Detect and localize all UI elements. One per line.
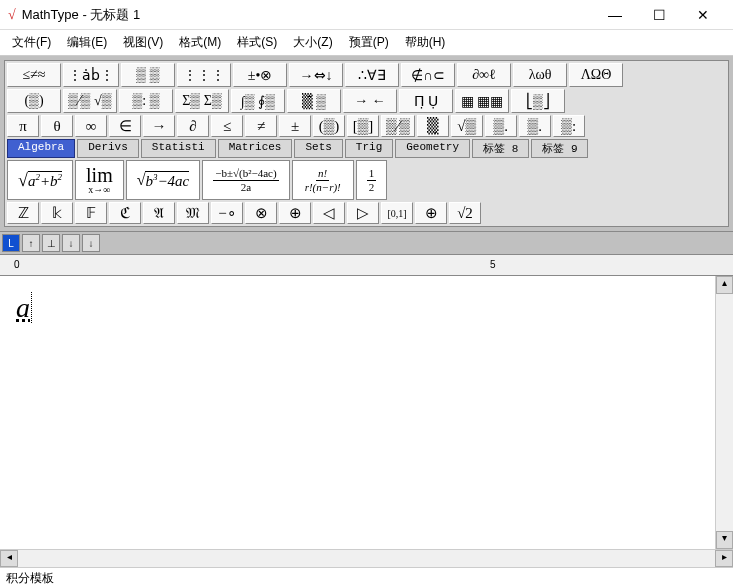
overbar-underbar-button[interactable]: ▒̄ ▒ (287, 89, 341, 113)
matrix-templates-button[interactable]: ▦ ▦▦ (455, 89, 509, 113)
dots-button[interactable]: ⋮⋮⋮ (177, 63, 231, 87)
composition-button[interactable]: −∘ (211, 202, 243, 224)
hscroll-track[interactable] (18, 550, 715, 567)
smalltab-3[interactable]: ⊥ (42, 234, 60, 252)
sqrt2-button[interactable]: √2 (449, 202, 481, 224)
neq-button[interactable]: ≠ (245, 115, 277, 137)
menu-size[interactable]: 大小(Z) (285, 32, 340, 53)
embellishments-button[interactable]: ▒ ▒ (121, 63, 175, 87)
spaces-ellipses-button[interactable]: ⋮ȧḃ⋮ (63, 63, 119, 87)
infinity-button[interactable]: ∞ (75, 115, 107, 137)
bb-k-button[interactable]: 𝕜 (41, 202, 73, 224)
leq-button[interactable]: ≤ (211, 115, 243, 137)
triangle-right-button[interactable]: ▷ (347, 202, 379, 224)
bb-z-button[interactable]: ℤ (7, 202, 39, 224)
tab-algebra[interactable]: Algebra (7, 139, 75, 158)
tab-label8[interactable]: 标签 8 (472, 139, 529, 158)
sqrt-a2b2-button[interactable]: √a2+b2 (7, 160, 73, 200)
quadratic-formula-button[interactable]: −b±√(b²−4ac)2a (202, 160, 289, 200)
frak-a-button[interactable]: 𝔄 (143, 202, 175, 224)
vertical-scrollbar[interactable]: ▴ ▾ (715, 276, 733, 549)
theta-button[interactable]: θ (41, 115, 73, 137)
relational-symbols-button[interactable]: ≤≠≈ (7, 63, 61, 87)
binomial-button[interactable]: n!r!(n−r)! (292, 160, 354, 200)
vscroll-track[interactable] (716, 294, 733, 531)
menu-help[interactable]: 帮助(H) (397, 32, 454, 53)
oplus-button[interactable]: ⊕ (279, 202, 311, 224)
fraction-slot-button[interactable]: ▒⁄▒ (381, 115, 415, 137)
tab-trig[interactable]: Trig (345, 139, 393, 158)
sqrt-discriminant-button[interactable]: √b3−4ac (126, 160, 201, 200)
scroll-up-icon[interactable]: ▴ (716, 276, 733, 294)
slot-a-button[interactable]: ▒. (485, 115, 517, 137)
limit-button[interactable]: limx→∞ (75, 160, 124, 200)
oplus2-button[interactable]: ⊕ (415, 202, 447, 224)
triangle-left-button[interactable]: ◁ (313, 202, 345, 224)
tab-sets[interactable]: Sets (294, 139, 342, 158)
tab-matrices[interactable]: Matrices (218, 139, 293, 158)
smalltab-2[interactable]: ↑ (22, 234, 40, 252)
set-theory-button[interactable]: ∉∩⊂ (401, 63, 455, 87)
smalltab-1[interactable]: L (2, 234, 20, 252)
menu-format[interactable]: 格式(M) (171, 32, 229, 53)
slot-c-button[interactable]: ▒: (553, 115, 585, 137)
one-half-button[interactable]: 12 (356, 160, 388, 200)
tab-geometry[interactable]: Geometry (395, 139, 470, 158)
frak-c-button[interactable]: ℭ (109, 202, 141, 224)
operator-symbols-button[interactable]: ±•⊗ (233, 63, 287, 87)
close-button[interactable]: ✕ (681, 1, 725, 29)
arrow-right-button[interactable]: → (143, 115, 175, 137)
smalltab-5[interactable]: ↓ (82, 234, 100, 252)
menu-style[interactable]: 样式(S) (229, 32, 285, 53)
partial-button[interactable]: ∂ (177, 115, 209, 137)
subscript-slot-button[interactable]: ▒̣ (417, 115, 449, 137)
subscript-superscript-button[interactable]: ▒: ▒ (119, 89, 173, 113)
misc-symbols-button[interactable]: ∂∞ℓ (457, 63, 511, 87)
minimize-button[interactable]: — (593, 1, 637, 29)
menu-file[interactable]: 文件(F) (4, 32, 59, 53)
summation-templates-button[interactable]: Σ▒ Σ▒ (175, 89, 229, 113)
menu-view[interactable]: 视图(V) (115, 32, 171, 53)
element-of-button[interactable]: ∈ (109, 115, 141, 137)
palette-row-2: (▒) ▒⁄▒ √▒ ▒: ▒ Σ▒ Σ▒ ∫▒ ∮▒ ▒̄ ▒ → ← Π̣ … (7, 89, 726, 113)
ruler[interactable]: 0 5 (0, 254, 733, 276)
smalltab-4[interactable]: ↓ (62, 234, 80, 252)
pi-button[interactable]: π (7, 115, 39, 137)
greek-uppercase-button[interactable]: ΛΩΘ (569, 63, 623, 87)
palette-panel: ≤≠≈ ⋮ȧḃ⋮ ▒ ▒ ⋮⋮⋮ ±•⊗ →⇔↓ ∴∀∃ ∉∩⊂ ∂∞ℓ λωθ… (4, 60, 729, 227)
horizontal-scrollbar[interactable]: ◂ ▸ (0, 549, 733, 567)
sqrt-slot-button[interactable]: √▒ (451, 115, 483, 137)
product-set-button[interactable]: Π̣ Ụ (399, 89, 453, 113)
logical-symbols-button[interactable]: ∴∀∃ (345, 63, 399, 87)
status-bar: 积分模板 (0, 567, 733, 587)
fraction-radical-button[interactable]: ▒⁄▒ √▒ (63, 89, 117, 113)
paren-slot-button[interactable]: (▒) (313, 115, 345, 137)
frak-f-button[interactable]: 𝔽 (75, 202, 107, 224)
menu-preferences[interactable]: 预置(P) (341, 32, 397, 53)
palette-row-4: ℤ 𝕜 𝔽 ℭ 𝔄 𝔐 −∘ ⊗ ⊕ ◁ ▷ [0,1] ⊕ √2 (7, 202, 726, 224)
tab-label9[interactable]: 标签 9 (531, 139, 588, 158)
scroll-left-icon[interactable]: ◂ (0, 550, 18, 567)
menu-edit[interactable]: 编辑(E) (59, 32, 115, 53)
tab-statisti[interactable]: Statisti (141, 139, 216, 158)
scroll-down-icon[interactable]: ▾ (716, 531, 733, 549)
symbol-toolbox: ≤≠≈ ⋮ȧḃ⋮ ▒ ▒ ⋮⋮⋮ ±•⊗ →⇔↓ ∴∀∃ ∉∩⊂ ∂∞ℓ λωθ… (0, 56, 733, 232)
interval-01-button[interactable]: [0,1] (381, 202, 413, 224)
arrow-symbols-button[interactable]: →⇔↓ (289, 63, 343, 87)
editor-wrap: a ▴ ▾ (0, 276, 733, 549)
labeled-arrow-button[interactable]: → ← (343, 89, 397, 113)
greek-lowercase-button[interactable]: λωθ (513, 63, 567, 87)
maximize-button[interactable]: ☐ (637, 1, 681, 29)
integral-templates-button[interactable]: ∫▒ ∮▒ (231, 89, 285, 113)
scroll-right-icon[interactable]: ▸ (715, 550, 733, 567)
tensor-button[interactable]: ⊗ (245, 202, 277, 224)
slot-b-button[interactable]: ▒. (519, 115, 551, 137)
bracket-slot-button[interactable]: [▒] (347, 115, 379, 137)
palette-row-1: ≤≠≈ ⋮ȧḃ⋮ ▒ ▒ ⋮⋮⋮ ±•⊗ →⇔↓ ∴∀∃ ∉∩⊂ ∂∞ℓ λωθ… (7, 63, 726, 87)
tab-derivs[interactable]: Derivs (77, 139, 139, 158)
fence-templates-button[interactable]: (▒) (7, 89, 61, 113)
plusminus-button[interactable]: ± (279, 115, 311, 137)
box-templates-button[interactable]: ⎣▒⎦ (511, 89, 565, 113)
frak-m-button[interactable]: 𝔐 (177, 202, 209, 224)
equation-editor[interactable]: a (0, 276, 715, 549)
